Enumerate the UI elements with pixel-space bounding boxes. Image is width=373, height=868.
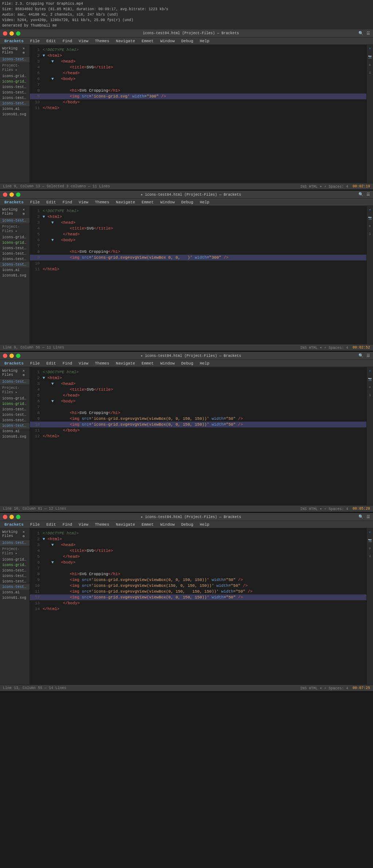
close-button-1[interactable]	[3, 31, 7, 36]
menu-emmet-1[interactable]: Emmet	[139, 38, 157, 44]
project-section-2[interactable]: Project-Files ▸	[0, 223, 30, 235]
file-icons-test04-4[interactable]: icons-test04.html	[0, 584, 30, 590]
file-icons-ai-3[interactable]: icons.ai	[0, 429, 30, 434]
menu-debug-4[interactable]: Debug	[178, 522, 196, 527]
file-icons-grid-ai-2[interactable]: icons-grid.ai	[0, 235, 30, 240]
gear-icon-1[interactable]: ⚙	[368, 62, 373, 67]
info-icon-2[interactable]: ℹ	[368, 231, 373, 236]
file-icons-grid-ai-4[interactable]: icons-grid.ai	[0, 557, 30, 562]
file-icons-grid-svg-3[interactable]: icons-grid.svg	[0, 401, 30, 407]
file-icons-test03-3[interactable]: icons-test03.html	[0, 418, 30, 423]
gear-icon-3[interactable]: ⚙	[368, 385, 373, 390]
info-icon-1[interactable]: ℹ	[368, 70, 373, 75]
code-editor-3[interactable]: 1<!DOCTYPE html> 2▼ <html> 3▼ <head> 4 <…	[30, 367, 373, 505]
close-button-2[interactable]	[3, 192, 7, 197]
minimize-button-4[interactable]	[9, 515, 14, 519]
menu-emmet-2[interactable]: Emmet	[139, 199, 157, 205]
menu-icon-2[interactable]: ☰	[366, 192, 370, 197]
file-icons-test04-1[interactable]: icons-test04.html	[0, 101, 30, 106]
menu-themes-1[interactable]: Themes	[92, 38, 112, 44]
file-icons-ai-1[interactable]: icons.ai	[0, 106, 30, 112]
menu-find-1[interactable]: Find	[60, 38, 75, 44]
menu-icon-1[interactable]: ☰	[366, 31, 370, 36]
minimize-button-3[interactable]	[9, 354, 14, 358]
menu-brackets-3[interactable]: Brackets	[1, 361, 27, 366]
camera-icon-3[interactable]: 📷	[368, 377, 373, 382]
gear-icon-4[interactable]: ⚙	[368, 546, 373, 551]
menu-edit-2[interactable]: Edit	[43, 199, 59, 205]
lightning-icon-3[interactable]: ⚡	[368, 369, 373, 374]
file-icons-test04-3[interactable]: icons-test04.html	[0, 423, 30, 429]
search-icon-1[interactable]: 🔍	[358, 31, 364, 36]
menu-emmet-3[interactable]: Emmet	[139, 361, 157, 366]
menu-help-1[interactable]: Help	[197, 38, 212, 44]
working-file-active-4[interactable]: icons-test04.html	[0, 540, 30, 546]
menu-edit-4[interactable]: Edit	[43, 522, 59, 527]
menu-debug-1[interactable]: Debug	[178, 38, 196, 44]
menu-window-3[interactable]: Window	[157, 361, 178, 366]
menu-navigate-3[interactable]: Navigate	[113, 361, 138, 366]
minimize-button-2[interactable]	[9, 192, 14, 197]
menu-find-2[interactable]: Find	[60, 199, 75, 205]
working-file-active-3[interactable]: icons-test04.html	[0, 379, 30, 385]
menu-file-1[interactable]: File	[27, 38, 43, 44]
menu-help-4[interactable]: Help	[197, 522, 212, 527]
menu-view-4[interactable]: View	[76, 522, 91, 527]
menu-icon-4[interactable]: ☰	[366, 514, 370, 519]
menu-brackets-1[interactable]: Brackets	[1, 38, 27, 44]
maximize-button-3[interactable]	[16, 354, 20, 358]
file-icons01-svg-3[interactable]: icons01.svg	[0, 434, 30, 439]
file-icons01-svg-1[interactable]: icons01.svg	[0, 112, 30, 117]
file-icons01-svg-2[interactable]: icons01.svg	[0, 273, 30, 278]
menu-navigate-2[interactable]: Navigate	[113, 199, 138, 205]
camera-icon-1[interactable]: 📷	[368, 54, 373, 59]
menu-navigate-4[interactable]: Navigate	[113, 522, 138, 527]
menu-window-4[interactable]: Window	[157, 522, 178, 527]
menu-window-1[interactable]: Window	[157, 38, 178, 44]
maximize-button-1[interactable]	[16, 31, 20, 36]
file-icons-grid-ai-1[interactable]: icons-grid.ai	[0, 73, 30, 79]
menu-debug-2[interactable]: Debug	[178, 199, 196, 205]
file-icons-ai-2[interactable]: icons.ai	[0, 267, 30, 273]
lightning-icon-4[interactable]: ⚡	[368, 530, 373, 535]
menu-file-2[interactable]: File	[27, 199, 43, 205]
file-icons-test03-1[interactable]: icons-test03.html	[0, 95, 30, 101]
menu-brackets-2[interactable]: Brackets	[1, 199, 27, 205]
file-icons-test-2[interactable]: icons-test.html	[0, 246, 30, 251]
file-icons01-svg-4[interactable]: icons01.svg	[0, 595, 30, 601]
file-icons-test-1[interactable]: icons-test.html	[0, 84, 30, 90]
file-icons-test02-3[interactable]: icons-test02.html	[0, 412, 30, 418]
working-file-active-1[interactable]: icons-test04.html	[0, 57, 30, 62]
menu-help-2[interactable]: Help	[197, 199, 212, 205]
project-section-4[interactable]: Project-Files ▸	[0, 546, 30, 557]
menu-view-3[interactable]: View	[76, 361, 91, 366]
search-icon-2[interactable]: 🔍	[358, 192, 364, 197]
project-section-3[interactable]: Project-Files ▸	[0, 385, 30, 396]
search-icon-3[interactable]: 🔍	[358, 353, 364, 358]
maximize-button-2[interactable]	[16, 192, 20, 197]
file-icons-test02-2[interactable]: icons-test02.html	[0, 251, 30, 256]
menu-find-4[interactable]: Find	[60, 522, 75, 527]
file-icons-grid-svg-4[interactable]: icons-grid.svg	[0, 562, 30, 568]
file-icons-test02-1[interactable]: icons-test02.html	[0, 90, 30, 95]
file-icons-test-3[interactable]: icons-test.html	[0, 407, 30, 412]
search-icon-4[interactable]: 🔍	[358, 514, 364, 519]
close-button-4[interactable]	[3, 515, 7, 519]
file-icons-test-4[interactable]: icons-test.html	[0, 568, 30, 573]
code-editor-1[interactable]: 1<!DOCTYPE html> 2▼ <html> 3▼ <head> 4 <…	[30, 45, 373, 183]
file-icons-test03-2[interactable]: icons-test03.html	[0, 256, 30, 262]
menu-find-3[interactable]: Find	[60, 361, 75, 366]
project-section-1[interactable]: Project-Files ▸	[0, 62, 30, 73]
menu-themes-3[interactable]: Themes	[92, 361, 112, 366]
file-icons-ai-4[interactable]: icons.ai	[0, 590, 30, 595]
file-icons-test02-4[interactable]: icons-test02.html	[0, 573, 30, 579]
menu-file-3[interactable]: File	[27, 361, 43, 366]
gear-icon-2[interactable]: ⚙	[368, 223, 373, 228]
menu-view-2[interactable]: View	[76, 199, 91, 205]
minimize-button-1[interactable]	[9, 31, 14, 36]
menu-help-3[interactable]: Help	[197, 361, 212, 366]
file-icons-grid-svg-1[interactable]: icons-grid.svg	[0, 79, 30, 84]
file-icons-grid-ai-3[interactable]: icons-grid.ai	[0, 396, 30, 401]
camera-icon-4[interactable]: 📷	[368, 538, 373, 543]
menu-view-1[interactable]: View	[76, 38, 91, 44]
